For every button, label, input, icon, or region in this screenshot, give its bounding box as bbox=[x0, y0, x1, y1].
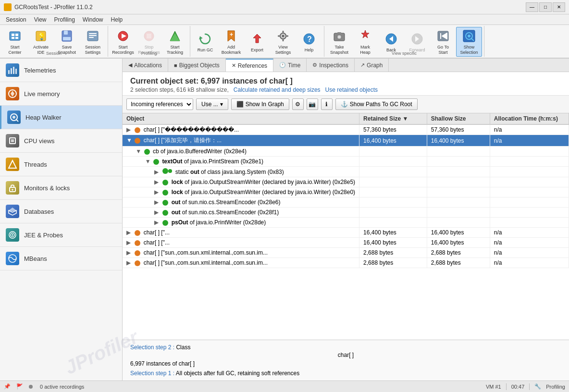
row2-1-retained bbox=[359, 147, 427, 157]
tab-time[interactable]: 🕐 Time bbox=[273, 59, 307, 72]
row2-object: ▼ char[ ] ["添加完毕，请操作：... bbox=[123, 135, 359, 147]
maximize-button[interactable]: □ bbox=[539, 2, 552, 12]
svg-point-26 bbox=[282, 35, 284, 37]
menu-session[interactable]: Session bbox=[2, 15, 30, 24]
selection-step1-row: Selection step 1 : All objects after ful… bbox=[130, 370, 561, 377]
menu-profiling[interactable]: Profiling bbox=[50, 15, 79, 24]
table-row[interactable]: ▶ static out of class java.lang.System (… bbox=[123, 167, 569, 177]
selection-step2-link[interactable]: Selection step 2 : bbox=[130, 344, 174, 351]
row2-1-1-3-expand-toggle[interactable]: ▶ bbox=[154, 189, 161, 196]
row2-1-1-6-object-label: psOut of java.io.PrintWriter (0x28de) bbox=[172, 219, 266, 226]
add-bookmark-label: AddBookmark bbox=[222, 45, 241, 55]
view-settings-button[interactable]: ViewSettings bbox=[270, 27, 296, 57]
table-row[interactable]: ▶ char[ ] ["sun.,com.sun.xml.internal.,c… bbox=[123, 248, 569, 258]
tab-inspections[interactable]: ⚙ Inspections bbox=[307, 59, 355, 72]
info-icon-button[interactable]: ℹ bbox=[321, 98, 333, 110]
content-toolbar: Incoming references Outgoing references … bbox=[123, 96, 569, 113]
sidebar-item-live-memory[interactable]: Live memory bbox=[0, 82, 122, 106]
help-icon: ? bbox=[301, 31, 317, 47]
references-select[interactable]: Incoming references Outgoing references … bbox=[126, 98, 193, 110]
settings-icon-button[interactable]: ⚙ bbox=[292, 98, 304, 110]
table-row[interactable]: ▶ char[ ] ["... 16,400 bytes 16,400 byte… bbox=[123, 228, 569, 238]
row2-1-1-1-expand-toggle[interactable]: ▶ bbox=[154, 169, 161, 175]
row1-object-label: char[ ] ["������������... bbox=[144, 126, 239, 133]
table-row[interactable]: ▶ out of sun.nio.cs.StreamEncoder (0x28f… bbox=[123, 208, 569, 218]
selection-step1-link[interactable]: Selection step 1 : bbox=[130, 370, 174, 377]
col-header-retained[interactable]: Retained Size ▼ bbox=[359, 113, 427, 124]
row2-1-1-5-expand-toggle[interactable]: ▶ bbox=[154, 209, 161, 216]
use-retained-link[interactable]: Use retained objects bbox=[325, 86, 378, 93]
tab-graph[interactable]: ↗ Graph bbox=[355, 59, 389, 72]
row6-shallow: 2,688 bytes bbox=[427, 258, 490, 268]
export-button[interactable]: Export bbox=[244, 27, 270, 57]
table-row[interactable]: ▶ lock of java.io.OutputStreamWriter (de… bbox=[123, 177, 569, 187]
run-gc-button[interactable]: Run GC bbox=[192, 27, 218, 57]
sidebar-item-threads[interactable]: Threads bbox=[0, 153, 122, 176]
row2-1-1-expand-toggle[interactable]: ▼ bbox=[145, 158, 152, 165]
menu-window[interactable]: Window bbox=[79, 15, 107, 24]
profiling-label: Profiling bbox=[546, 384, 565, 390]
sidebar-item-telemetries[interactable]: Telemetries bbox=[0, 59, 122, 82]
table-row[interactable]: ▼ char[ ] ["添加完毕，请操作：... 16,400 bytes 16… bbox=[123, 135, 569, 147]
sidebar-item-mbeans[interactable]: MBeans bbox=[0, 247, 122, 270]
add-bookmark-button[interactable]: + AddBookmark bbox=[218, 27, 244, 57]
show-in-graph-label: Show In Graph bbox=[246, 101, 284, 108]
help-button[interactable]: ? Help bbox=[296, 27, 322, 57]
row2-1-1-3-shallow bbox=[427, 187, 490, 197]
col-header-shallow[interactable]: Shallow Size bbox=[427, 113, 490, 124]
row2-1-1-5-shallow bbox=[427, 208, 490, 218]
col-header-alloc-time[interactable]: Allocation Time (h:m:s) bbox=[490, 113, 569, 124]
use-button[interactable]: Use ... ▾ bbox=[196, 98, 228, 110]
tab-references[interactable]: ✕ References bbox=[226, 59, 273, 72]
table-row[interactable]: ▶ lock of java.io.OutputStreamWriter (de… bbox=[123, 187, 569, 197]
sidebar-item-heap-walker[interactable]: Heap Walker bbox=[0, 106, 122, 129]
table-row[interactable]: ▶ psOut of java.io.PrintWriter (0x28de) bbox=[123, 218, 569, 228]
row2-1-1-1-alloc bbox=[490, 167, 569, 177]
svg-rect-30 bbox=[286, 36, 288, 37]
col-alloc-label: Allocation Time (h:m:s) bbox=[494, 115, 558, 122]
table-row[interactable]: ▶ out of sun.nio.cs.StreamEncoder (0x28e… bbox=[123, 197, 569, 208]
table-row[interactable]: ▶ char[ ] ["������������... 57,360 bytes… bbox=[123, 124, 569, 135]
tab-allocations[interactable]: ◀ Allocations bbox=[123, 59, 168, 72]
status-right: VM #1 00:47 🔧 Profiling bbox=[486, 383, 565, 390]
allocations-tab-label: Allocations bbox=[134, 62, 162, 69]
close-button[interactable]: ✕ bbox=[553, 2, 565, 12]
menu-help[interactable]: Help bbox=[107, 15, 127, 24]
tab-biggest-objects[interactable]: ■ Biggest Objects bbox=[168, 59, 226, 72]
row2-1-1-2-expand-toggle[interactable]: ▶ bbox=[154, 179, 161, 185]
row4-expand-toggle[interactable]: ▶ bbox=[126, 239, 133, 246]
row4-object: ▶ char[ ] ["... bbox=[123, 238, 359, 248]
table-row[interactable]: ▼ cb of java.io.BufferedWriter (0x28e4) bbox=[123, 147, 569, 157]
row2-1-1-4-expand-toggle[interactable]: ▶ bbox=[154, 199, 161, 206]
svg-marker-20 bbox=[170, 33, 180, 41]
row2-1-1-2-shallow bbox=[427, 177, 490, 187]
row2-1-1-6-alloc bbox=[490, 218, 569, 228]
table-row[interactable]: ▶ char[ ] ["... 16,400 bytes 16,400 byte… bbox=[123, 238, 569, 248]
row3-expand-toggle[interactable]: ▶ bbox=[126, 229, 133, 236]
sidebar-item-databases[interactable]: Databases bbox=[0, 200, 122, 223]
row2-1-shallow bbox=[427, 147, 490, 157]
row6-expand-toggle[interactable]: ▶ bbox=[126, 259, 133, 266]
calculate-retained-link[interactable]: Calculate retained and deep sizes bbox=[234, 86, 321, 93]
row1-expand-toggle[interactable]: ▶ bbox=[126, 126, 133, 133]
sidebar-item-cpu-views[interactable]: CPU views bbox=[0, 129, 122, 153]
app-icon bbox=[4, 3, 12, 11]
allocations-tab-icon: ◀ bbox=[128, 62, 132, 68]
show-paths-gc-button[interactable]: ⚓ Show Paths To GC Root bbox=[335, 98, 418, 110]
session-section-label: Session bbox=[0, 51, 108, 56]
row2-1-1-6-expand-toggle[interactable]: ▶ bbox=[154, 219, 161, 226]
table-row[interactable]: ▶ char[ ] ["sun.,com.sun.xml.internal.,c… bbox=[123, 258, 569, 268]
menu-view[interactable]: View bbox=[30, 15, 50, 24]
minimize-button[interactable]: — bbox=[526, 2, 538, 12]
flag-icon: 🚩 bbox=[16, 383, 23, 390]
row5-expand-toggle[interactable]: ▶ bbox=[126, 249, 133, 256]
row2-1-expand-toggle[interactable]: ▼ bbox=[136, 148, 142, 155]
sidebar-item-monitors-locks[interactable]: Monitors & locks bbox=[0, 176, 122, 200]
col-header-object[interactable]: Object bbox=[123, 113, 359, 124]
toolbar: StartCenter 💡 ActivateIDE SaveSnapshot S… bbox=[0, 25, 569, 59]
row2-expand-toggle[interactable]: ▼ bbox=[126, 137, 133, 144]
show-in-graph-button[interactable]: ⬛ Show In Graph bbox=[231, 98, 289, 110]
camera-icon-button[interactable]: 📷 bbox=[307, 98, 318, 110]
table-row[interactable]: ▼ textOut of java.io.PrintStream (0x28e1… bbox=[123, 157, 569, 167]
sidebar-item-jee-probes[interactable]: JEE & Probes bbox=[0, 223, 122, 247]
